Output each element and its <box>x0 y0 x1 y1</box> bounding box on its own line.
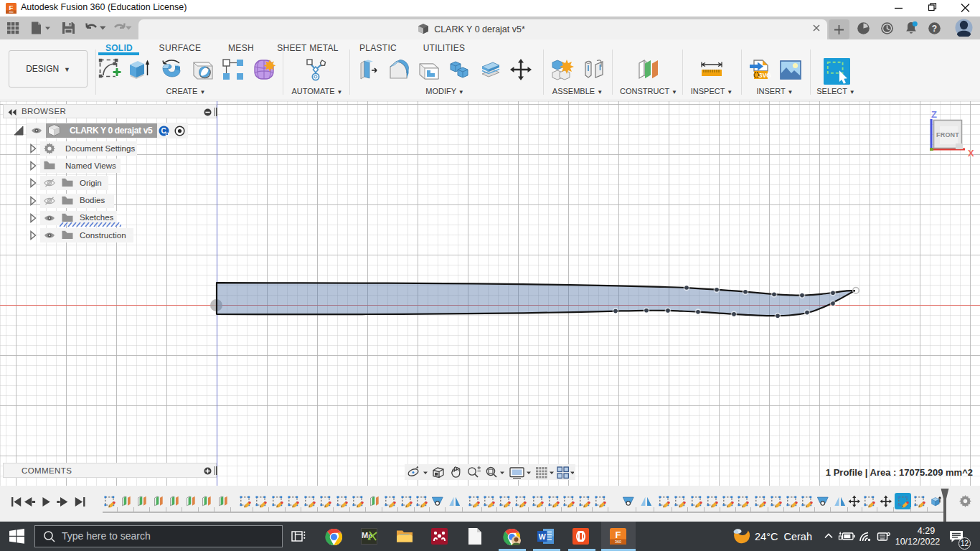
svg-text:F: F <box>9 4 14 11</box>
svg-text:?: ? <box>932 24 937 34</box>
svg-text:Z: Z <box>931 109 937 120</box>
svg-text:SVG: SVG <box>758 72 771 79</box>
svg-text:C: C <box>161 127 166 135</box>
svg-text:F: F <box>616 529 621 540</box>
svg-text:W: W <box>539 532 546 541</box>
svg-text:360: 360 <box>615 540 621 544</box>
svg-text:360: 360 <box>9 11 14 14</box>
svg-text:FRONT: FRONT <box>936 131 959 138</box>
svg-text:X: X <box>968 148 974 159</box>
